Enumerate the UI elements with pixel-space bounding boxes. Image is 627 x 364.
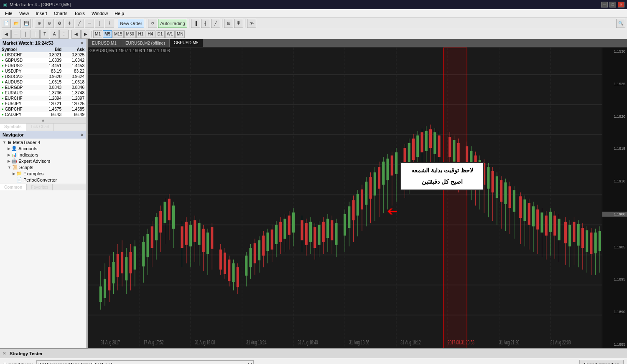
- open-btn[interactable]: 📂: [12, 19, 21, 28]
- market-watch-close[interactable]: ✕: [80, 41, 84, 46]
- menu-charts[interactable]: Charts: [51, 9, 71, 17]
- ea-row: Expert Advisor 2 MA Crosses Mega filter …: [3, 360, 624, 364]
- autotrading-btn[interactable]: AutoTrading: [158, 19, 187, 28]
- chart-tab-gbpusd-m5[interactable]: GBPUSD,M5: [170, 39, 203, 47]
- period-controls4[interactable]: │: [31, 30, 40, 39]
- period-h1[interactable]: H1: [136, 30, 145, 38]
- tab-symbols[interactable]: Symbols: [0, 124, 26, 131]
- mw-ask: 0.9624: [61, 74, 84, 79]
- svg-rect-39: [146, 234, 149, 257]
- refresh-btn[interactable]: ↻: [148, 19, 157, 28]
- tab-tick-chart[interactable]: Tick Chart: [26, 124, 54, 131]
- nav-tab-favorites[interactable]: Favorites: [27, 184, 53, 190]
- period-toolbar: ◀ ─ │ │ T A ⋮ ◀ ▶ M1 M5 M15 M30 H1 H4 D1…: [0, 29, 627, 39]
- chart-canvas[interactable]: GBPUSD,M5 1.1907 1.1908 1.1907 1.1908: [88, 48, 627, 348]
- nav-item-examples[interactable]: ▶ 📁 Examples: [1, 170, 85, 177]
- period-controls9[interactable]: ▶: [81, 30, 90, 39]
- period-controls2[interactable]: ─: [11, 30, 20, 39]
- svg-rect-81: [249, 248, 252, 267]
- market-watch-row[interactable]: ● EURCHF 1.2894 1.2897: [0, 96, 86, 101]
- svg-rect-226: [586, 230, 588, 252]
- chart-info-bar: GBPUSD,M5 1.1907 1.1908 1.1907 1.1908: [89, 48, 170, 53]
- nav-item-indicators[interactable]: ▶ 📊 Indicators: [1, 152, 85, 158]
- nav-item-mt4[interactable]: ▼ 🖥 MetaTrader 4: [1, 139, 85, 145]
- mw-ask: 1.4453: [61, 63, 84, 68]
- market-watch-row[interactable]: ● GBPCHF 1.4575 1.4585: [0, 106, 86, 112]
- market-watch-row[interactable]: ● GBPUSD 1.6339 1.6342: [0, 58, 86, 63]
- svg-rect-83: [254, 243, 256, 263]
- period-d1[interactable]: D1: [155, 30, 165, 38]
- market-watch-scroll[interactable]: ▲: [0, 117, 86, 123]
- period-m30[interactable]: M30: [124, 30, 135, 38]
- new-order-btn[interactable]: New Order: [118, 19, 144, 28]
- fib-btn[interactable]: ⌇: [105, 19, 114, 28]
- menu-help[interactable]: Help: [111, 9, 127, 17]
- svg-rect-23: [108, 267, 110, 290]
- market-watch-row[interactable]: ● AUDUSD 1.0515 1.0518: [0, 79, 86, 85]
- menu-window[interactable]: Window: [88, 9, 111, 17]
- market-watch-row[interactable]: ● EURAUD 1.3736 1.3748: [0, 90, 86, 96]
- market-watch-row[interactable]: ● USDCHF 0.8921 0.8925: [0, 52, 86, 58]
- period-m15[interactable]: M15: [112, 30, 124, 38]
- period-controls6[interactable]: A: [50, 30, 59, 39]
- svg-rect-154: [416, 135, 419, 157]
- svg-text:31 Aug 18:40: 31 Aug 18:40: [298, 339, 318, 346]
- vline-btn[interactable]: │: [95, 19, 104, 28]
- period-controls5[interactable]: T: [40, 30, 49, 39]
- ea-select[interactable]: 2 MA Crosses Mega filter EA V1.ex4: [36, 360, 254, 364]
- bar-chart-btn[interactable]: ▐: [191, 19, 200, 28]
- window-title: MetaTrader 4 - [GBPUSD,M5]: [10, 2, 71, 7]
- candle-btn[interactable]: ┤: [201, 19, 210, 28]
- chart-tab-eurusd-m1[interactable]: EURUSD,M1: [88, 39, 121, 47]
- expert-properties-btn[interactable]: Expert properties: [579, 360, 624, 364]
- restore-button[interactable]: □: [609, 2, 616, 8]
- indicator-list-btn[interactable]: Ψ: [234, 19, 243, 28]
- properties-btn[interactable]: ⚙: [55, 19, 64, 28]
- zoom-in-btn[interactable]: ⊕: [35, 19, 44, 28]
- search-btn[interactable]: 🔍: [616, 19, 625, 28]
- line-chart-btn[interactable]: ╱: [211, 19, 220, 28]
- save-btn[interactable]: 💾: [22, 19, 31, 28]
- hline-btn[interactable]: ─: [85, 19, 94, 28]
- period-m1[interactable]: M1: [93, 30, 102, 38]
- period-controls[interactable]: ◀: [2, 30, 11, 39]
- window-controls[interactable]: ─ □ ✕: [601, 2, 624, 8]
- nav-item-periodconverter[interactable]: ▶ 📄 PeriodConverter: [1, 177, 85, 183]
- period-controls3[interactable]: │: [21, 30, 30, 39]
- new-chart-btn[interactable]: 📄: [2, 19, 11, 28]
- period-controls8[interactable]: ◀: [71, 30, 81, 39]
- nav-tab-common[interactable]: Common: [0, 184, 27, 190]
- market-watch-row[interactable]: ● EURGBP 0.8843 0.8846: [0, 85, 86, 90]
- period-mn[interactable]: MN: [175, 30, 185, 38]
- svg-rect-25: [112, 262, 115, 283]
- navigator-close[interactable]: ✕: [80, 133, 84, 137]
- nav-arrow-mt4: ▼: [3, 140, 6, 144]
- template-btn[interactable]: ⊞: [224, 19, 233, 28]
- close-button[interactable]: ✕: [618, 2, 624, 8]
- strategy-tester-close[interactable]: ✕: [3, 351, 6, 356]
- crosshair-btn[interactable]: ✛: [65, 19, 74, 28]
- period-h4[interactable]: H4: [146, 30, 155, 38]
- market-watch-row[interactable]: ● CADJPY 86.43 86.49: [0, 112, 86, 117]
- period-controls7[interactable]: ⋮: [59, 30, 69, 39]
- chart-tab-eurusd-m2[interactable]: EURUSD,M2 (offline): [121, 39, 170, 47]
- menu-view[interactable]: View: [16, 9, 33, 17]
- menu-file[interactable]: File: [2, 9, 16, 17]
- line-btn[interactable]: ╱: [75, 19, 84, 28]
- nav-item-accounts[interactable]: ▶ 👤 Accounts: [1, 145, 85, 152]
- market-watch-row[interactable]: ● EURJPY 120.21 120.25: [0, 101, 86, 106]
- period-w1[interactable]: W1: [165, 30, 175, 38]
- navigator-panel: Navigator ✕ ▼ 🖥 MetaTrader 4 ▶ 👤 Account…: [0, 131, 86, 348]
- menu-insert[interactable]: Insert: [32, 9, 51, 17]
- zoom-out-btn[interactable]: ⊖: [45, 19, 54, 28]
- period-m5[interactable]: M5: [103, 30, 112, 38]
- mw-symbol: GBPCHF: [5, 107, 38, 111]
- nav-item-scripts[interactable]: ▼ 📜 Scripts: [1, 164, 85, 170]
- menu-tools[interactable]: Tools: [71, 9, 88, 17]
- market-watch-row[interactable]: ● USDJPY 83.19 83.22: [0, 68, 86, 74]
- nav-item-ea[interactable]: ▶ 🤖 Expert Advisors: [1, 158, 85, 164]
- minimize-button[interactable]: ─: [601, 2, 608, 8]
- more-btn[interactable]: ≫: [247, 19, 256, 28]
- market-watch-row[interactable]: ● EURUSD 1.4451 1.4453: [0, 63, 86, 68]
- market-watch-row[interactable]: ● USDCAD 0.9620 0.9624: [0, 74, 86, 79]
